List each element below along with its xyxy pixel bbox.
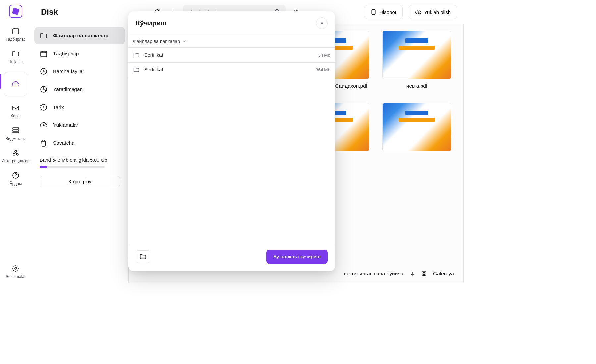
file-thumbnail <box>382 103 451 151</box>
view-label[interactable]: Galereya <box>433 271 454 277</box>
storage-text: Band 543 Mb oralig'ida 5.00 Gb <box>40 158 107 163</box>
close-icon <box>319 21 324 26</box>
breadcrumb[interactable]: Файллар ва папкалар <box>128 35 335 47</box>
trash-icon <box>40 139 48 147</box>
rail-item-settings[interactable]: Sozlamalar <box>0 260 31 283</box>
folder-size: 34 Mb <box>318 53 330 58</box>
svg-point-9 <box>15 267 17 269</box>
widgets-icon <box>12 126 20 134</box>
move-modal: Кўчириш Файллар ва папкалар Sertifikat 3… <box>128 11 335 271</box>
svg-rect-16 <box>425 272 426 273</box>
folder-list: Sertifikat 34 Mb Sertifikat 364 Mb <box>128 47 335 244</box>
sidebar-item-history[interactable]: Tarix <box>34 99 125 116</box>
app-logo[interactable] <box>9 5 22 18</box>
folder-row[interactable]: Sertifikat 364 Mb <box>128 63 335 77</box>
sidebar-item-label: Файллар ва папкалар <box>53 33 108 39</box>
sidebar-item-uncreated[interactable]: Yaratilmagan <box>34 81 125 98</box>
breadcrumb-label: Файллар ва папкалар <box>133 39 180 44</box>
modal-title: Кўчириш <box>136 19 167 27</box>
sidebar-item-label: Yuklamalar <box>53 122 78 128</box>
grid-view-icon[interactable] <box>421 271 427 277</box>
folder-icon <box>12 50 20 58</box>
cloud-icon <box>12 80 20 88</box>
rail-label: Тадбирлар <box>6 37 26 42</box>
integrations-icon <box>12 149 20 157</box>
sidebar-item-trash[interactable]: Savatcha <box>34 134 125 152</box>
svg-rect-18 <box>425 274 426 276</box>
sidebar: Файллар ва папкалар Тадбирлар Barcha fay… <box>31 24 128 283</box>
storage-info: Band 543 Mb oralig'ida 5.00 Gb <box>34 152 125 171</box>
svg-rect-4 <box>13 132 19 133</box>
download-cloud-icon <box>415 9 422 15</box>
folder-name: Sertifikat <box>144 67 311 72</box>
sidebar-item-label: Tarix <box>53 104 64 110</box>
rail-label: Sozlamalar <box>6 274 25 279</box>
page-title: Disk <box>38 7 58 17</box>
storage-bar <box>40 166 105 168</box>
download-icon <box>40 121 48 129</box>
move-here-button[interactable]: Бу папкага кўчириш <box>266 250 328 264</box>
close-button[interactable] <box>316 17 328 29</box>
download-button[interactable]: Yuklab olish <box>409 5 457 19</box>
svg-rect-0 <box>13 29 19 34</box>
svg-rect-17 <box>422 274 424 276</box>
gear-icon <box>12 264 20 272</box>
svg-rect-2 <box>13 128 19 129</box>
svg-rect-3 <box>13 130 19 131</box>
rail-item-integrations[interactable]: Интеграциялар <box>0 145 31 167</box>
sidebar-item-label: Barcha fayllar <box>53 68 84 74</box>
file-thumbnail <box>382 31 451 79</box>
rail-label: Hujjatlar <box>8 60 23 64</box>
sidebar-item-events[interactable]: Тадбирлар <box>34 45 125 62</box>
svg-rect-15 <box>422 272 424 273</box>
rail-label: Виджетлар <box>5 136 26 141</box>
help-icon <box>12 171 20 179</box>
document-icon <box>370 9 377 15</box>
report-button[interactable]: Hisobot <box>364 5 403 19</box>
folder-name: Sertifikat <box>144 52 313 58</box>
rail-item-widgets[interactable]: Виджетлар <box>0 122 31 145</box>
report-button-label: Hisobot <box>379 9 396 15</box>
sidebar-item-label: Yaratilmagan <box>53 86 83 92</box>
rail-item-events[interactable]: Тадбирлар <box>0 23 31 46</box>
rail-item-mail[interactable]: Xatlar <box>0 100 31 122</box>
folder-plus-icon <box>139 253 147 260</box>
rail-label: Интеграциялар <box>1 159 29 163</box>
new-folder-button[interactable] <box>136 250 150 263</box>
rail-label: Xatlar <box>10 114 21 118</box>
rail-item-help[interactable]: Ёрдам <box>0 167 31 190</box>
file-card[interactable] <box>382 103 451 169</box>
file-card[interactable]: иев а.pdf <box>382 31 451 90</box>
content-footer: гартирилган сана бўйича Galereya <box>344 271 454 277</box>
history-icon <box>40 103 48 111</box>
sidebar-item-all-files[interactable]: Barcha fayllar <box>34 63 125 80</box>
mail-icon <box>12 104 20 112</box>
clock-icon <box>40 68 48 75</box>
folder-size: 364 Mb <box>316 68 330 72</box>
folder-icon <box>133 67 140 73</box>
sidebar-item-label: Тадбирлар <box>53 51 79 57</box>
rail-label: Ёрдам <box>10 181 22 186</box>
arrow-down-icon[interactable] <box>409 271 415 277</box>
svg-rect-1 <box>13 106 19 110</box>
folder-icon <box>133 52 140 58</box>
chevron-down-icon <box>182 39 187 44</box>
svg-point-7 <box>15 150 17 152</box>
svg-rect-12 <box>41 51 47 57</box>
pie-icon <box>40 85 48 93</box>
calendar-icon <box>12 27 20 35</box>
left-rail: Тадбирлар Hujjatlar Xatlar Виджетлар Инт… <box>0 0 31 283</box>
sidebar-item-label: Savatcha <box>53 140 74 146</box>
folder-icon <box>40 32 48 40</box>
rail-item-documents[interactable]: Hujjatlar <box>0 46 31 68</box>
calendar-icon <box>40 50 48 58</box>
rail-item-disk[interactable] <box>0 68 31 100</box>
sort-label[interactable]: гартирилган сана бўйича <box>344 271 404 277</box>
sidebar-item-files[interactable]: Файллар ва папкалар <box>34 27 125 44</box>
folder-row[interactable]: Sertifikat 34 Mb <box>128 48 335 63</box>
sidebar-item-downloads[interactable]: Yuklamalar <box>34 116 125 134</box>
more-space-button[interactable]: Ko'proq joy <box>40 176 120 187</box>
download-button-label: Yuklab olish <box>424 9 451 15</box>
file-name: иев а.pdf <box>406 82 427 90</box>
